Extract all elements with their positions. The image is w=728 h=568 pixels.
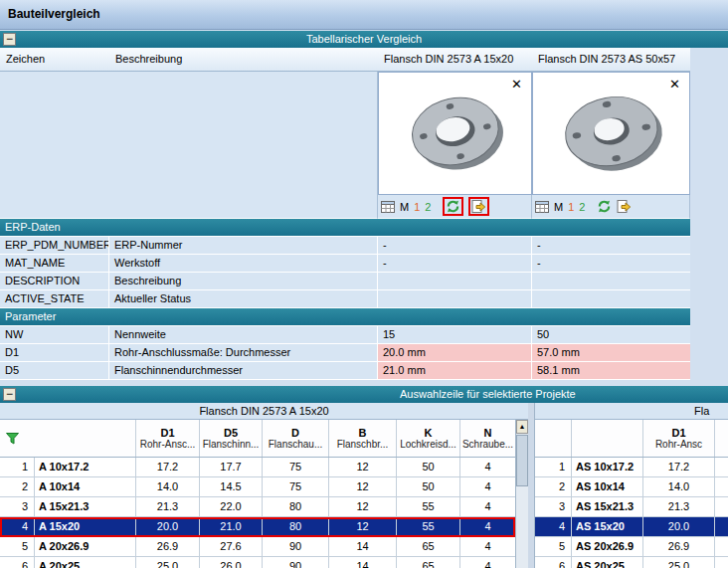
flange-3d-image <box>542 77 681 188</box>
table-row[interactable]: 2 AS 10x14 14.0 <box>535 477 728 497</box>
part2-preview-column: ✕ M 1 2 <box>532 72 690 219</box>
left-selection-table: Flansch DIN 2573 A 15x20 D1 Rohr-Ansc...… <box>0 403 528 568</box>
table-row-diff: D5 Flanschinnendurchmesser 21.0 mm 58.1 … <box>0 362 690 380</box>
right-table-header: D1 Rohr-Ansc <box>535 420 728 458</box>
table-row[interactable]: 5 A 20x26.9 26.9 27.6 90 14 65 4 <box>0 537 515 557</box>
bauteilvergleich-window: Bauteilvergleich − Tabellarischer Vergle… <box>0 0 728 568</box>
mode-1-button[interactable]: 1 <box>568 201 574 213</box>
vertical-scrollbar[interactable]: ▲ <box>515 420 528 568</box>
table-row[interactable]: 2 A 10x14 14.0 14.5 75 12 50 4 <box>0 477 515 497</box>
table-row[interactable]: 6 A 20x25 25.0 26.0 90 14 65 4 <box>0 557 515 568</box>
part1-preview-column: ✕ M 1 2 <box>378 72 532 219</box>
collapse-selection-button[interactable]: − <box>3 388 16 401</box>
close-icon[interactable]: ✕ <box>669 78 680 91</box>
right-table-title: Fla <box>535 403 728 420</box>
left-table-header: D1 Rohr-Ansc... D5 Flanschinn... D Flans… <box>0 420 515 458</box>
part2-preview-image: ✕ <box>532 72 690 195</box>
table-row[interactable]: 1 A 10x17.2 17.2 17.7 75 12 50 4 <box>0 458 515 477</box>
part1-toolbar: M 1 2 <box>378 195 532 219</box>
scrollbar-thumb[interactable] <box>516 435 528 486</box>
column-header-d1[interactable]: D1 Rohr-Ansc <box>643 420 715 457</box>
export-icon[interactable] <box>471 199 486 214</box>
right-table-rows: 1 AS 10x17.2 17.2 2 AS 10x14 14.0 3 AS 1… <box>535 458 728 568</box>
left-table-title: Flansch DIN 2573 A 15x20 <box>0 403 528 420</box>
comparison-section-bar: − Tabellarischer Vergleich <box>0 31 728 48</box>
window-titlebar[interactable]: Bauteilvergleich <box>0 0 728 30</box>
collapse-comparison-button[interactable]: − <box>3 33 16 46</box>
column-header-d5[interactable]: D5 Flanschinn... <box>200 420 263 457</box>
comparison-preview-row: ✕ M 1 2 <box>0 72 690 219</box>
table-row[interactable]: 5 AS 20x26.9 26.9 <box>535 537 728 557</box>
window-title: Bauteilvergleich <box>8 7 100 21</box>
section-row-erp-daten: ERP-Daten <box>0 219 690 237</box>
preview-empty-cell <box>0 72 378 219</box>
part2-toolbar: M 1 2 <box>532 195 690 219</box>
filter-icon[interactable] <box>6 433 19 445</box>
mode-m-button[interactable]: M <box>554 201 563 213</box>
highlight-refresh-annotation <box>443 197 463 216</box>
mode-1-button[interactable]: 1 <box>414 201 420 213</box>
part1-preview-image: ✕ <box>378 72 532 195</box>
col-header-part2: Flansch DIN 2573 AS 50x57 <box>532 48 690 71</box>
col-header-beschreibung: Beschreibung <box>109 48 378 71</box>
highlight-export-annotation <box>468 197 489 216</box>
close-icon[interactable]: ✕ <box>511 78 522 91</box>
table-row-diff: D1 Rohr-Anschlussmaße: Durchmesser 20.0 … <box>0 344 690 362</box>
refresh-icon[interactable] <box>597 199 612 214</box>
column-header-k[interactable]: K Lochkreisd... <box>397 420 460 457</box>
name-header-cell <box>572 420 643 457</box>
table-row-selected[interactable]: 4 A 15x20 20.0 21.0 80 12 55 4 <box>0 517 515 537</box>
table-row: ACTIVE_STATE Aktueller Status <box>0 290 690 308</box>
table-row[interactable]: 3 AS 15x21.3 21.3 <box>535 497 728 517</box>
selection-section-bar: − Auswahlzeile für selektierte Projekte <box>0 386 728 403</box>
comparison-section-title: Tabellarischer Vergleich <box>306 33 422 45</box>
col-header-zeichen: Zeichen <box>0 48 109 71</box>
selection-tables-area: Flansch DIN 2573 A 15x20 D1 Rohr-Ansc...… <box>0 403 728 568</box>
comparison-table: ERP-Daten ERP_PDM_NUMBER ERP-Nummer - - … <box>0 219 690 380</box>
table-row: NW Nennweite 15 50 <box>0 326 690 344</box>
selection-section-title: Auswahlzeile für selektierte Projekte <box>400 386 576 403</box>
row-number-header-cell <box>535 420 572 457</box>
filter-header-cell[interactable] <box>0 420 136 457</box>
table-row: DESCRIPTION Beschreibung <box>0 273 690 290</box>
refresh-icon[interactable] <box>446 199 460 214</box>
column-header-b[interactable]: B Flanschbr... <box>329 420 397 457</box>
table-row-selected[interactable]: 4 AS 15x20 20.0 <box>535 517 728 537</box>
table-row[interactable]: 3 A 15x21.3 21.3 22.0 80 12 55 4 <box>0 497 515 517</box>
col-header-part1: Flansch DIN 2573 A 15x20 <box>378 48 532 71</box>
flange-3d-image <box>389 77 522 188</box>
scroll-up-icon[interactable]: ▲ <box>516 420 528 434</box>
column-header-d[interactable]: D Flanschau... <box>263 420 329 457</box>
comparison-column-headers: Zeichen Beschreibung Flansch DIN 2573 A … <box>0 48 690 72</box>
table-icon[interactable] <box>535 201 549 213</box>
export-icon[interactable] <box>617 199 632 214</box>
mode-2-button[interactable]: 2 <box>425 201 431 213</box>
mode-2-button[interactable]: 2 <box>579 201 585 213</box>
left-table-rows: 1 A 10x17.2 17.2 17.7 75 12 50 4 2 A 10x… <box>0 458 515 568</box>
table-icon[interactable] <box>381 201 395 213</box>
table-row: ERP_PDM_NUMBER ERP-Nummer - - <box>0 237 690 255</box>
clipped-header-cell <box>715 420 728 457</box>
table-row: MAT_NAME Werkstoff - - <box>0 255 690 273</box>
table-row[interactable]: 1 AS 10x17.2 17.2 <box>535 458 728 477</box>
column-header-n[interactable]: N Schraube... <box>460 420 515 457</box>
column-header-d1[interactable]: D1 Rohr-Ansc... <box>136 420 200 457</box>
section-row-parameter: Parameter <box>0 308 690 326</box>
table-row[interactable]: 6 AS 20x25 25.0 <box>535 557 728 568</box>
right-selection-table: Fla D1 Rohr-Ansc 1 AS 10x17.2 17.2 <box>534 403 728 568</box>
mode-m-button[interactable]: M <box>400 201 409 213</box>
